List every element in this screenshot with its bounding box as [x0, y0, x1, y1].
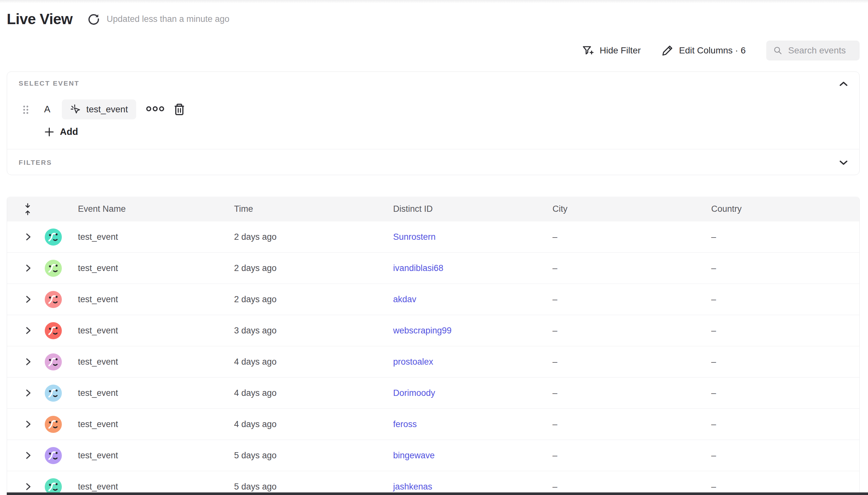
avatar — [45, 385, 62, 402]
more-options-button[interactable] — [146, 105, 165, 113]
refresh-button[interactable] — [87, 13, 100, 25]
table-row[interactable]: test_event 5 days ago bingewave – – — [7, 440, 859, 471]
expand-row-button[interactable] — [7, 451, 38, 460]
trash-icon — [173, 102, 186, 117]
bottom-edge-bar — [7, 492, 868, 495]
drag-handle-dots-icon — [22, 105, 30, 115]
header-distinct-id[interactable]: Distinct ID — [393, 204, 552, 214]
header-country[interactable]: Country — [711, 204, 859, 214]
distinct-id-link[interactable]: ivandiblasi68 — [393, 263, 443, 273]
add-button-label: Add — [60, 126, 78, 137]
time-cell: 2 days ago — [234, 294, 393, 305]
table-row[interactable]: test_event 2 days ago Sunrostern – – — [7, 221, 859, 253]
search-events-input[interactable] — [788, 45, 853, 56]
avatar-cell — [38, 260, 78, 277]
avatar-cell — [38, 385, 78, 402]
country-cell: – — [711, 357, 859, 367]
table-row[interactable]: test_event 3 days ago webscraping99 – – — [7, 315, 859, 346]
chevron-right-icon — [25, 263, 32, 273]
expand-row-button[interactable] — [7, 357, 38, 366]
edit-columns-label: Edit Columns · 6 — [679, 45, 746, 56]
country-cell: – — [711, 482, 859, 492]
avatar — [45, 353, 62, 371]
live-view-page: Live View Updated less than a minute ago… — [0, 0, 868, 495]
chevron-right-icon — [25, 420, 32, 429]
hide-filter-label: Hide Filter — [599, 45, 641, 56]
country-cell: – — [711, 388, 859, 398]
pencil-icon — [661, 45, 674, 57]
hide-filter-button[interactable]: Hide Filter — [582, 45, 641, 57]
table-row[interactable]: test_event 4 days ago prostoalex – – — [7, 346, 859, 377]
event-chip-label: test_event — [86, 104, 128, 115]
filters-section-label: FILTERS — [19, 159, 52, 166]
event-name-cell: test_event — [78, 357, 234, 367]
distinct-id-link[interactable]: webscraping99 — [393, 326, 452, 335]
event-name-cell: test_event — [78, 420, 234, 429]
avatar — [45, 228, 62, 245]
city-cell: – — [552, 232, 711, 242]
search-box[interactable] — [766, 40, 860, 61]
header-city[interactable]: City — [552, 204, 711, 214]
event-name-cell: test_event — [78, 388, 234, 398]
avatar-cell — [38, 291, 78, 308]
distinct-id-link[interactable]: prostoalex — [393, 357, 433, 366]
distinct-id-link[interactable]: akdav — [393, 294, 416, 304]
avatar-cell — [38, 353, 78, 371]
collapse-arrows-icon — [24, 203, 32, 215]
expand-row-button[interactable] — [7, 389, 38, 397]
drag-handle[interactable] — [22, 105, 30, 115]
delete-event-button[interactable] — [173, 102, 186, 117]
expand-row-button[interactable] — [7, 482, 38, 491]
distinct-id-link[interactable]: jashkenas — [393, 482, 432, 492]
avatar — [45, 416, 62, 433]
distinct-id-link[interactable]: feross — [393, 420, 417, 429]
time-cell: 4 days ago — [234, 388, 393, 398]
three-rings-icon — [146, 105, 165, 113]
table-row[interactable]: test_event 4 days ago Dorimoody – – — [7, 377, 859, 409]
pin-column-button[interactable] — [7, 203, 38, 215]
chevron-right-icon — [25, 451, 32, 460]
time-cell: 4 days ago — [234, 357, 393, 367]
expand-row-button[interactable] — [7, 233, 38, 241]
city-cell: – — [552, 357, 711, 367]
chevron-up-icon — [839, 81, 848, 87]
header-event-name[interactable]: Event Name — [78, 204, 234, 214]
expand-row-button[interactable] — [7, 263, 38, 273]
page-title: Live View — [7, 10, 72, 28]
chevron-right-icon — [25, 389, 32, 397]
time-cell: 2 days ago — [234, 232, 393, 242]
expand-row-button[interactable] — [7, 326, 38, 335]
distinct-id-link[interactable]: Dorimoody — [393, 388, 435, 398]
event-selector-row: A test_event — [7, 100, 859, 119]
city-cell: – — [552, 450, 711, 461]
expand-row-button[interactable] — [7, 420, 38, 429]
add-event-button[interactable]: Add — [45, 126, 78, 137]
distinct-id-link[interactable]: bingewave — [393, 450, 435, 460]
chevron-right-icon — [25, 357, 32, 366]
time-cell: 2 days ago — [234, 263, 393, 273]
header-time[interactable]: Time — [234, 204, 393, 214]
funnel-plus-icon — [582, 45, 594, 57]
distinct-id-link[interactable]: Sunrostern — [393, 232, 436, 242]
city-cell: – — [552, 326, 711, 336]
edit-columns-button[interactable]: Edit Columns · 6 — [661, 45, 746, 57]
page-header: Live View Updated less than a minute ago — [7, 10, 229, 28]
event-chip-button[interactable]: test_event — [62, 100, 136, 119]
select-event-panel: SELECT EVENT A test_event — [7, 71, 860, 175]
avatar-cell — [38, 322, 78, 339]
chevron-right-icon — [25, 295, 32, 304]
table-row[interactable]: test_event 4 days ago feross – – — [7, 409, 859, 440]
expand-filters-button[interactable] — [839, 159, 848, 166]
event-name-cell: test_event — [78, 326, 234, 336]
events-table: Event Name Time Distinct ID City Country… — [7, 197, 860, 495]
table-row[interactable]: test_event 2 days ago akdav – – — [7, 284, 859, 315]
event-name-cell: test_event — [78, 263, 234, 273]
table-row[interactable]: test_event 5 days ago jashkenas – – — [7, 471, 859, 495]
table-row[interactable]: test_event 2 days ago ivandiblasi68 – – — [7, 253, 859, 284]
expand-row-button[interactable] — [7, 295, 38, 304]
time-cell: 4 days ago — [234, 420, 393, 429]
collapse-section-button[interactable] — [839, 81, 848, 87]
avatar-cell — [38, 416, 78, 433]
event-name-cell: test_event — [78, 294, 234, 305]
page-top-edge — [0, 0, 868, 3]
